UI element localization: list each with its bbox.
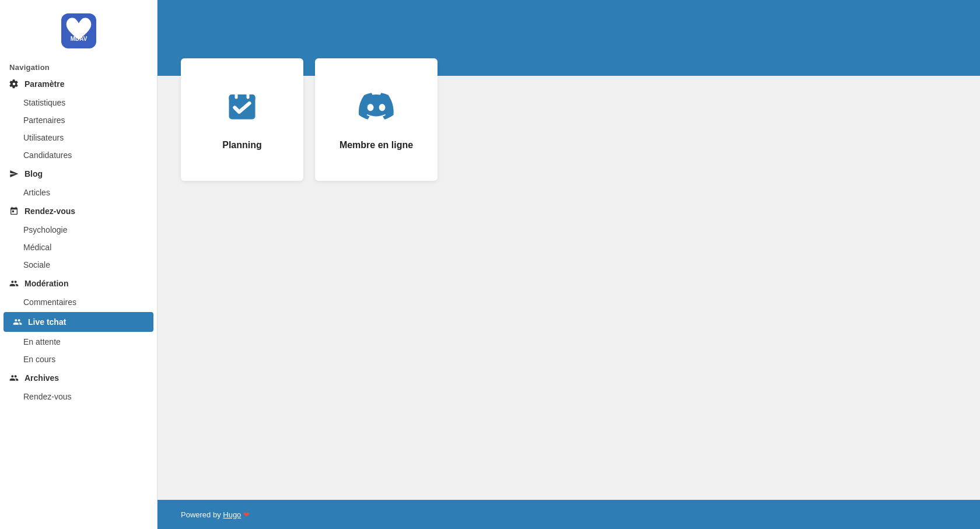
sidebar-item-partenaires[interactable]: Partenaires (0, 111, 157, 129)
footer-hugo-link[interactable]: Hugo (223, 510, 241, 519)
main-footer: Powered by Hugo ❤ (158, 500, 980, 529)
logo: MDAV (0, 0, 157, 59)
sidebar-item-blog[interactable]: Blog (0, 164, 157, 184)
planning-card[interactable]: Planning (181, 58, 303, 181)
sidebar: MDAV Navigation Paramètre Statistiques P… (0, 0, 158, 529)
sidebar-item-rendez-vous-archive[interactable]: Rendez-vous (0, 388, 157, 405)
gear-icon (9, 79, 19, 89)
sidebar-item-live-tchat-label: Live tchat (28, 317, 66, 327)
sidebar-item-archives[interactable]: Archives (0, 368, 157, 388)
sidebar-item-en-cours[interactable]: En cours (0, 351, 157, 368)
sidebar-item-candidatures[interactable]: Candidatures (0, 146, 157, 164)
sidebar-item-sociale[interactable]: Sociale (0, 256, 157, 274)
membre-en-ligne-card[interactable]: Membre en ligne (315, 58, 438, 181)
nav-section-label: Navigation (0, 59, 157, 74)
sidebar-item-psychologie[interactable]: Psychologie (0, 221, 157, 239)
footer-heart-icon: ❤ (243, 510, 250, 519)
sidebar-item-utilisateurs[interactable]: Utilisateurs (0, 129, 157, 146)
footer-powered-text: Powered by Hugo ❤ (181, 510, 250, 519)
sidebar-item-statistiques[interactable]: Statistiques (0, 94, 157, 111)
people-archives-icon (9, 373, 19, 383)
membre-en-ligne-card-label: Membre en ligne (340, 140, 413, 150)
sidebar-item-parametre[interactable]: Paramètre (0, 74, 157, 94)
calendar-icon (9, 206, 19, 216)
people-moderation-icon (9, 279, 19, 288)
sidebar-item-blog-label: Blog (24, 169, 43, 178)
main-content: Planning (158, 0, 980, 529)
sidebar-item-moderation-label: Modération (24, 279, 68, 288)
sidebar-item-live-tchat[interactable]: Live tchat (4, 312, 153, 332)
sidebar-item-commentaires[interactable]: Commentaires (0, 293, 157, 311)
logo-icon: MDAV (58, 10, 99, 51)
svg-text:MDAV: MDAV (70, 36, 87, 42)
calendar-check-icon (225, 89, 260, 132)
sidebar-item-rendez-vous-label: Rendez-vous (24, 206, 75, 216)
sidebar-item-rendez-vous[interactable]: Rendez-vous (0, 201, 157, 221)
sidebar-item-archives-label: Archives (24, 373, 59, 383)
sidebar-item-parametre-label: Paramètre (24, 79, 65, 89)
discord-icon (359, 89, 394, 132)
people-live-icon (13, 317, 22, 327)
sidebar-item-moderation[interactable]: Modération (0, 274, 157, 293)
sidebar-item-articles[interactable]: Articles (0, 184, 157, 201)
sidebar-item-medical[interactable]: Médical (0, 239, 157, 256)
sidebar-item-en-attente[interactable]: En attente (0, 333, 157, 351)
main-cards-area: Planning (158, 76, 980, 500)
card-container: Planning (181, 58, 438, 181)
paper-plane-icon (9, 169, 19, 178)
planning-card-label: Planning (222, 140, 262, 150)
svg-rect-3 (229, 94, 256, 102)
